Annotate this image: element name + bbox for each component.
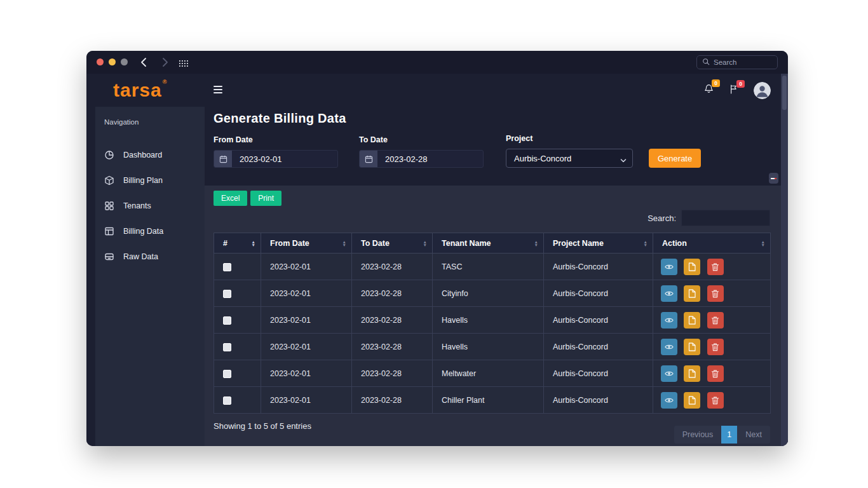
row-checkbox[interactable] [223, 370, 231, 378]
delete-button[interactable] [707, 339, 724, 355]
report-file-button[interactable] [684, 339, 700, 355]
notifications-button[interactable]: 0 [703, 83, 714, 97]
alerts-button[interactable]: 0 [729, 84, 739, 97]
sidebar-item-raw-data[interactable]: Raw Data [95, 244, 205, 269]
zoom-window-button[interactable] [121, 58, 128, 65]
report-file-button[interactable] [684, 259, 700, 275]
report-file-button[interactable] [684, 392, 700, 409]
cell-to-date: 2023-02-28 [352, 387, 433, 414]
view-button[interactable] [661, 339, 677, 355]
collapse-card-button[interactable] [769, 173, 778, 184]
row-checkbox[interactable] [223, 290, 231, 298]
traffic-lights [97, 58, 128, 65]
delete-button[interactable] [707, 285, 724, 302]
view-button[interactable] [661, 259, 677, 275]
cell-tenant-name: TASC [433, 254, 544, 280]
window-titlebar [86, 51, 788, 74]
table-row: 2023-02-01 2023-02-28 Meltwater Aurbis-C… [214, 360, 771, 387]
header-project-name[interactable]: Project Name▲▼ [544, 233, 653, 254]
close-window-button[interactable] [97, 58, 104, 65]
cell-action [653, 280, 771, 307]
to-date-input[interactable]: 2023-02-28 [359, 150, 484, 168]
cell-to-date: 2023-02-28 [352, 360, 433, 387]
report-file-button[interactable] [684, 365, 700, 382]
from-date-input[interactable]: 2023-02-01 [214, 150, 338, 168]
delete-button[interactable] [707, 365, 724, 382]
view-button[interactable] [661, 365, 677, 382]
row-checkbox[interactable] [223, 396, 231, 405]
cell-to-date: 2023-02-28 [352, 307, 433, 334]
view-button[interactable] [661, 312, 677, 329]
billing-table: #▲▼ From Date▲▼ To Date▲▼ Tenant Name▲▼ … [214, 233, 771, 414]
user-avatar[interactable] [754, 82, 771, 99]
cell-from-date: 2023-02-01 [261, 280, 352, 307]
sort-icon: ▲▼ [252, 240, 255, 247]
forward-icon[interactable] [159, 56, 170, 69]
cell-from-date: 2023-02-01 [261, 334, 352, 360]
header-to-date[interactable]: To Date▲▼ [352, 233, 433, 254]
cell-tenant-name: Cityinfo [433, 280, 544, 307]
delete-button[interactable] [707, 392, 724, 409]
export-toolbar: Excel Print [214, 191, 770, 206]
header-from-date[interactable]: From Date▲▼ [261, 233, 352, 254]
row-checkbox[interactable] [223, 343, 231, 351]
header-action[interactable]: Action▲▼ [653, 233, 771, 254]
sidebar-item-billing-plan[interactable]: Billing Plan [95, 168, 205, 193]
registered-mark: ® [163, 79, 168, 85]
project-select[interactable]: Aurbis-Concord [506, 149, 633, 168]
back-icon[interactable] [139, 56, 150, 69]
cell-from-date: 2023-02-01 [261, 387, 352, 414]
sidebar-item-label: Tenants [123, 201, 151, 210]
previous-page-button[interactable]: Previous [674, 426, 722, 444]
view-button[interactable] [661, 285, 677, 302]
calendar-icon [360, 150, 377, 168]
view-button[interactable] [661, 392, 677, 409]
generate-button[interactable]: Generate [649, 149, 701, 168]
cell-to-date: 2023-02-28 [352, 280, 433, 307]
sort-icon: ▲▼ [761, 240, 765, 247]
cell-from-date: 2023-02-01 [261, 307, 352, 334]
table-search-label: Search: [648, 214, 676, 223]
minimize-window-button[interactable] [109, 58, 116, 65]
search-input[interactable] [714, 58, 772, 66]
delete-button[interactable] [707, 259, 724, 275]
table-search-input[interactable] [681, 210, 770, 226]
table-icon [104, 226, 114, 236]
scrollbar[interactable] [781, 74, 788, 446]
sidebar-item-tenants[interactable]: Tenants [95, 193, 205, 219]
browser-search-box[interactable] [696, 55, 778, 69]
table-row: 2023-02-01 2023-02-28 TASC Aurbis-Concor… [214, 254, 771, 280]
cell-from-date: 2023-02-01 [261, 360, 352, 387]
header-tenant-name[interactable]: Tenant Name▲▼ [433, 233, 544, 254]
sidebar-item-label: Billing Plan [123, 176, 163, 185]
cell-action [653, 334, 771, 360]
search-icon [702, 57, 710, 68]
sort-icon: ▲▼ [644, 240, 648, 247]
row-checkbox[interactable] [223, 316, 231, 325]
report-file-button[interactable] [684, 312, 700, 329]
print-button[interactable]: Print [250, 191, 281, 206]
sidebar-item-dashboard[interactable]: Dashboard [95, 142, 205, 168]
cell-project-name: Aurbis-Concord [544, 360, 653, 387]
sidebar-item-billing-data[interactable]: Billing Data [95, 219, 205, 244]
page-number-button[interactable]: 1 [721, 426, 737, 444]
next-page-button[interactable]: Next [737, 426, 770, 444]
brand-logo[interactable]: tarsa® [86, 74, 205, 107]
scrollbar-thumb[interactable] [782, 76, 787, 110]
header-index[interactable]: #▲▼ [214, 233, 261, 254]
desktop: tarsa® 0 0 [0, 0, 868, 488]
row-checkbox[interactable] [223, 263, 231, 271]
cell-tenant-name: Havells [433, 307, 544, 334]
sidebar-toggle-icon[interactable] [214, 86, 222, 95]
main-content: Generate Billing Data From Date 2023-02-… [205, 107, 788, 446]
excel-button[interactable]: Excel [214, 191, 247, 206]
to-date-label: To Date [359, 135, 484, 144]
cell-from-date: 2023-02-01 [261, 254, 352, 280]
cell-checkbox [214, 280, 261, 307]
app-grid-icon[interactable] [179, 58, 189, 70]
alerts-badge: 0 [736, 80, 745, 88]
report-file-button[interactable] [684, 285, 700, 302]
delete-button[interactable] [707, 312, 724, 329]
cell-action [653, 307, 771, 334]
table-row: 2023-02-01 2023-02-28 Cityinfo Aurbis-Co… [214, 280, 771, 307]
